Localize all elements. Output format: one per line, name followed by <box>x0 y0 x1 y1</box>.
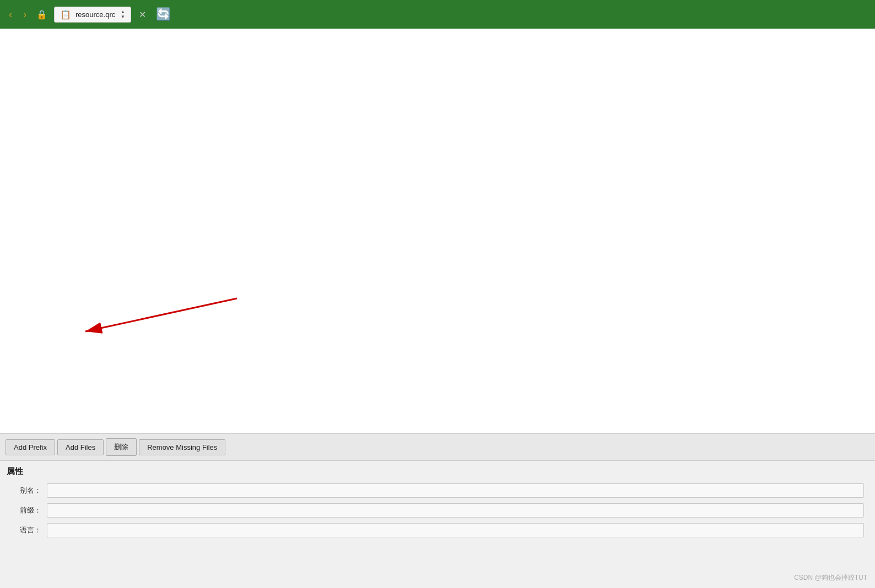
properties-title: 属性 <box>0 461 875 481</box>
annotation-arrow <box>0 29 875 433</box>
prefix-input[interactable] <box>47 503 864 518</box>
titlebar: ‹ › 🔒 📋 resource.qrc ▲ ▼ ✕ 🔄 <box>0 0 875 29</box>
properties-section: 属性 别名： 前缀： 语言： <box>0 461 875 552</box>
properties-form: 别名： 前缀： 语言： <box>0 481 875 552</box>
alias-input[interactable] <box>47 483 864 498</box>
add-prefix-button[interactable]: Add Prefix <box>6 439 55 455</box>
close-tab-button[interactable]: ✕ <box>136 8 149 21</box>
watermark: CSDN @狗也会摔跤TUT <box>794 573 867 582</box>
alias-label: 别名： <box>11 486 41 496</box>
prefix-label: 前缀： <box>11 505 41 515</box>
file-icon: 📋 <box>60 9 71 20</box>
language-row: 语言： <box>11 523 864 537</box>
add-files-button[interactable]: Add Files <box>57 439 104 455</box>
main-content-area <box>0 29 875 434</box>
forward-button[interactable]: › <box>20 7 30 23</box>
refresh-icon: 🔄 <box>154 7 173 21</box>
bottom-toolbar: Add Prefix Add Files 删除 Remove Missing F… <box>0 434 875 461</box>
file-tab[interactable]: 📋 resource.qrc ▲ ▼ <box>54 7 131 23</box>
language-input[interactable] <box>47 523 864 537</box>
back-button[interactable]: ‹ <box>6 7 15 23</box>
svg-line-1 <box>85 298 237 331</box>
tab-arrows[interactable]: ▲ ▼ <box>121 9 125 19</box>
delete-button[interactable]: 删除 <box>106 438 137 456</box>
language-label: 语言： <box>11 525 41 535</box>
remove-missing-files-button[interactable]: Remove Missing Files <box>139 439 225 455</box>
alias-row: 别名： <box>11 483 864 498</box>
file-tab-name: resource.qrc <box>75 10 115 19</box>
prefix-row: 前缀： <box>11 503 864 518</box>
lock-icon: 🔒 <box>34 9 50 20</box>
